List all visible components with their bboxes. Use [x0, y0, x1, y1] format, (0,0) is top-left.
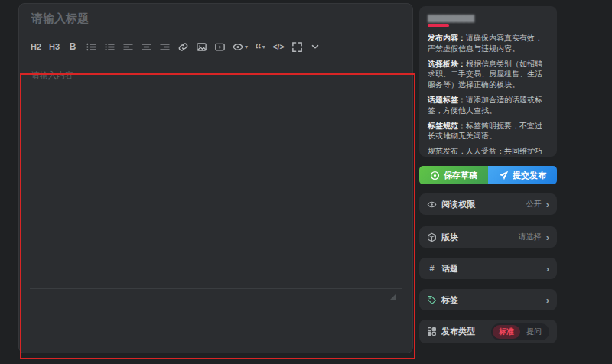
- layout-grid-icon: [427, 327, 437, 336]
- save-draft-button[interactable]: 保存草稿: [419, 166, 488, 184]
- submit-publish-button[interactable]: 提交发布: [488, 166, 557, 184]
- align-left-button[interactable]: [120, 38, 135, 55]
- align-right-button[interactable]: [157, 38, 172, 55]
- heading3-button[interactable]: H3: [47, 38, 62, 55]
- code-button[interactable]: </>: [271, 38, 286, 55]
- guide-paragraph: 话题标签：请添加合适的话题或标签，方便他人查找。: [428, 95, 549, 116]
- save-icon: [430, 171, 440, 180]
- heading2-button[interactable]: H2: [28, 38, 44, 55]
- title-input[interactable]: 请输入标题: [19, 4, 412, 34]
- eye-icon: [232, 41, 244, 53]
- link-button[interactable]: [175, 38, 190, 55]
- type-standard-chip[interactable]: 标准: [493, 325, 520, 339]
- chevron-right-icon: ›: [546, 295, 549, 305]
- image-icon: [196, 41, 207, 53]
- read-permission-row[interactable]: 阅读权限 公开 ›: [419, 193, 557, 215]
- bullet-list-button[interactable]: [83, 38, 99, 55]
- ordered-list-icon: [104, 41, 116, 53]
- bold-button[interactable]: B: [65, 38, 80, 55]
- chevron-down-icon: [310, 41, 321, 52]
- type-question-chip[interactable]: 提问: [520, 325, 548, 339]
- video-button[interactable]: [212, 38, 227, 55]
- ordered-list-button[interactable]: [102, 38, 117, 55]
- align-center-icon: [141, 41, 152, 53]
- align-right-icon: [159, 41, 171, 53]
- board-select-row[interactable]: 版块 请选择 ›: [419, 226, 557, 248]
- chevron-right-icon: ›: [546, 232, 549, 242]
- link-icon: [177, 41, 189, 53]
- guide-paragraph: 标签规范：标签简明扼要，不宜过长或堆砌无关词语。: [428, 121, 549, 142]
- title-placeholder: 请输入标题: [31, 11, 89, 26]
- caret-down-icon: ▾: [245, 44, 248, 50]
- resize-handle[interactable]: [390, 294, 396, 300]
- caret-down-icon: ▾: [262, 44, 265, 50]
- video-icon: [214, 41, 226, 53]
- quote-dropdown-button[interactable]: “ ▾: [252, 38, 268, 55]
- guide-paragraph: 发布内容：请确保内容真实有效，严禁虚假信息与违规内容。: [428, 33, 549, 54]
- quote-icon: “: [255, 40, 262, 54]
- tag-select-row[interactable]: 标签 ›: [419, 289, 557, 310]
- topic-select-row[interactable]: # 话题 ›: [419, 258, 557, 279]
- toolbar-more-button[interactable]: [308, 38, 323, 55]
- guide-title-redacted: ▇▇▇▇▇▇▇▇▇: [428, 14, 549, 22]
- hash-icon: #: [427, 264, 437, 273]
- post-editor-card: 请输入标题 H2 H3 B ▾: [18, 3, 413, 353]
- content-editor[interactable]: 请输入内容: [19, 59, 412, 285]
- publish-type-row: 发布类型 标准 提问: [419, 320, 557, 343]
- fullscreen-icon: [291, 41, 303, 53]
- align-left-icon: [122, 41, 134, 53]
- chevron-right-icon: ›: [546, 264, 549, 274]
- publish-guide-card: ▇▇▇▇▇▇▇▇▇ 发布内容：请确保内容真实有效，严禁虚假信息与违规内容。 选择…: [419, 6, 557, 157]
- summary-textarea[interactable]: [30, 289, 402, 349]
- action-buttons: 保存草稿 提交发布: [419, 166, 557, 184]
- guide-paragraph: 选择板块：根据信息类别（如招聘求职、二手交易、房屋租售、生活服务等）选择正确的板…: [428, 59, 549, 90]
- fullscreen-button[interactable]: [289, 38, 304, 55]
- align-center-button[interactable]: [138, 38, 154, 55]
- guide-title-underline: [428, 24, 449, 27]
- category-cube-icon: [427, 232, 437, 242]
- publish-type-toggle: 标准 提问: [491, 323, 549, 340]
- guide-paragraph: 规范发布，人人受益；共同维护巧家便民网良好氛围。: [428, 146, 549, 157]
- image-button[interactable]: [194, 38, 209, 55]
- chevron-right-icon: ›: [546, 200, 549, 210]
- preview-dropdown-button[interactable]: ▾: [230, 38, 249, 55]
- paper-plane-icon: [499, 171, 509, 180]
- editor-toolbar: H2 H3 B ▾ “ ▾: [19, 34, 412, 59]
- tag-icon: [427, 295, 437, 305]
- content-placeholder: 请输入内容: [31, 70, 73, 80]
- eye-icon: [427, 200, 437, 210]
- bullet-list-icon: [86, 41, 97, 53]
